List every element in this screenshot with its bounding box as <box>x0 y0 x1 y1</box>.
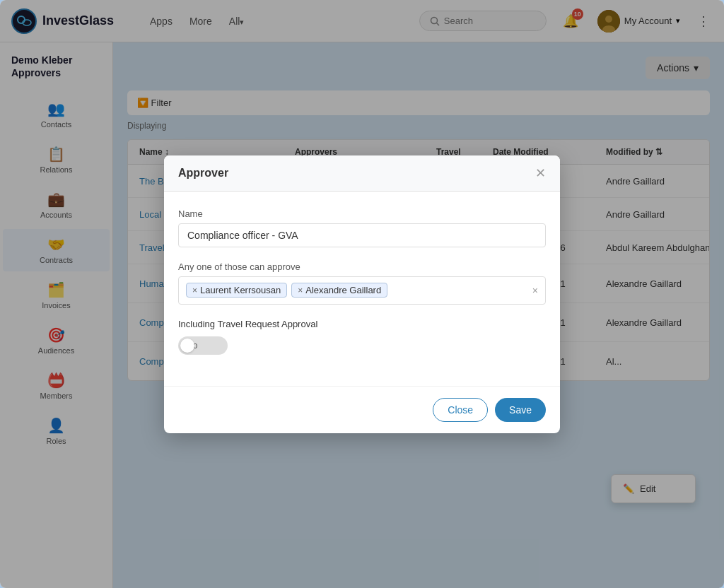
approver-tag-ag: × Alexandre Gaillard <box>291 283 387 298</box>
approver-tag-lk: × Laurent Kerrsousan <box>186 283 287 298</box>
toggle-knob <box>180 339 194 353</box>
travel-field-group: Including Travel Request Approval No <box>178 319 546 355</box>
approvers-field-group: Any one of those can approve × Laurent K… <box>178 261 546 305</box>
name-field-group: Name <box>178 208 546 247</box>
app-shell: InvestGlass Apps More All 🔔 10 <box>0 0 724 588</box>
name-label: Name <box>178 208 546 219</box>
approvers-clear-button[interactable]: × <box>532 285 538 296</box>
save-button[interactable]: Save <box>495 398 546 422</box>
close-button[interactable]: Close <box>433 398 488 422</box>
approvers-field[interactable]: × Laurent Kerrsousan × Alexandre Gaillar… <box>178 276 546 305</box>
travel-toggle[interactable]: No <box>178 336 228 355</box>
modal-header: Approver ✕ <box>164 155 560 192</box>
approver-name-ag: Alexandre Gaillard <box>305 285 381 295</box>
modal-close-button[interactable]: ✕ <box>535 167 546 180</box>
approver-modal: Approver ✕ Name Any one of those can app… <box>164 155 560 433</box>
approver-name-lk: Laurent Kerrsousan <box>200 285 281 295</box>
approver-x-ag[interactable]: × <box>298 286 303 295</box>
approvers-label: Any one of those can approve <box>178 261 546 272</box>
approver-x-lk[interactable]: × <box>192 286 197 295</box>
modal-title: Approver <box>178 167 228 180</box>
travel-label: Including Travel Request Approval <box>178 319 317 329</box>
modal-footer: Close Save <box>164 386 560 433</box>
toggle-section: Including Travel Request Approval <box>178 319 546 329</box>
name-input[interactable] <box>178 223 546 247</box>
modal-overlay[interactable]: Approver ✕ Name Any one of those can app… <box>0 0 724 588</box>
modal-body: Name Any one of those can approve × Laur… <box>164 192 560 386</box>
